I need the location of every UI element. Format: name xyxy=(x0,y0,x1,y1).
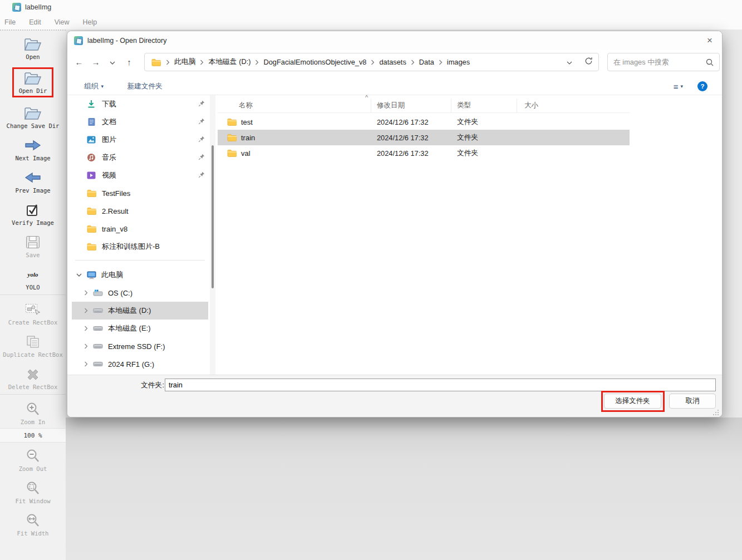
cancel-button[interactable]: 取消 xyxy=(669,394,716,409)
breadcrumb-segment[interactable]: Data xyxy=(417,58,436,66)
forward-icon[interactable]: → xyxy=(87,57,104,67)
file-row-test[interactable]: test 2024/12/6 17:32 文件夹 xyxy=(218,114,630,130)
places-pane-scrollbar[interactable] xyxy=(210,95,215,375)
zoom-out-button[interactable]: Zoom Out xyxy=(0,443,66,475)
breadcrumb[interactable]: 此电脑 本地磁盘 (D:) DogFacialEmotionsObjective… xyxy=(144,53,599,71)
menu-help[interactable]: Help xyxy=(83,18,97,26)
file-row-train[interactable]: train 2024/12/6 17:32 文件夹 xyxy=(218,130,630,145)
breadcrumb-segment[interactable]: images xyxy=(445,58,471,66)
file-list-header: 名称 修改日期 类型 大小 xyxy=(218,99,630,113)
organize-button[interactable]: 组织▾ xyxy=(84,82,104,91)
chevron-down-icon[interactable] xyxy=(75,273,83,277)
nav-item-videos[interactable]: 视频 xyxy=(72,166,208,184)
column-header-type[interactable]: 类型 xyxy=(451,99,517,112)
column-header-size[interactable]: 大小 xyxy=(517,99,562,112)
file-list: ^ 名称 修改日期 类型 大小 test 2024/12/6 17:32 文件夹 xyxy=(218,95,719,375)
nav-item-downloads[interactable]: 下载 xyxy=(72,95,208,113)
pin-icon xyxy=(198,100,205,109)
open-button[interactable]: Open xyxy=(0,31,66,63)
search-input[interactable] xyxy=(613,58,706,66)
chevron-right-icon[interactable] xyxy=(82,326,90,331)
chevron-right-icon[interactable] xyxy=(82,361,90,367)
dialog-titlebar[interactable]: labelImg - Open Directory × xyxy=(67,31,722,50)
tree-item-local-disk-e[interactable]: 本地磁盘 (E:) xyxy=(72,320,208,337)
music-icon xyxy=(86,153,96,163)
tree-item-local-disk-d[interactable]: 本地磁盘 (D:) xyxy=(72,302,208,320)
menu-edit[interactable]: Edit xyxy=(29,18,41,26)
fit-width-icon xyxy=(26,512,40,529)
close-icon[interactable]: × xyxy=(697,31,722,50)
yolo-format-button[interactable]: yolo YOLO xyxy=(0,261,66,293)
help-icon[interactable]: ? xyxy=(697,81,707,91)
open-dir-button[interactable]: Open Dir xyxy=(0,63,66,100)
zoom-in-icon xyxy=(26,401,40,417)
labelimg-toolbar: Open Open Dir Change Save Dir Next Image… xyxy=(0,30,66,560)
zoom-in-button[interactable]: Zoom In xyxy=(0,396,66,428)
resize-grip[interactable] xyxy=(712,409,719,416)
fit-window-button[interactable]: Fit Window xyxy=(0,475,66,507)
fit-width-button[interactable]: Fit Width xyxy=(0,507,66,539)
pictures-icon xyxy=(86,135,96,145)
pin-icon xyxy=(198,136,205,144)
tree-item-os-c[interactable]: OS (C:) xyxy=(72,284,208,302)
breadcrumb-segment[interactable]: DogFacialEmotionsObjective_v8 xyxy=(262,58,368,66)
refresh-icon[interactable] xyxy=(584,57,593,67)
tree-item-extreme-ssd-f[interactable]: Extreme SSD (F:) xyxy=(72,337,208,355)
breadcrumb-chevron-icon xyxy=(439,60,443,65)
menu-file[interactable]: File xyxy=(4,18,16,26)
app-title: labelImg xyxy=(25,3,51,11)
change-save-dir-folder-icon xyxy=(23,105,42,121)
file-row-val[interactable]: val 2024/12/6 17:32 文件夹 xyxy=(218,145,630,161)
nav-item-testfiles[interactable]: TestFiles xyxy=(72,184,208,202)
address-dropdown-chevron-icon[interactable] xyxy=(567,57,572,67)
scrollbar-thumb[interactable] xyxy=(212,145,214,288)
prev-image-button[interactable]: Prev Image xyxy=(0,164,66,197)
breadcrumb-segment[interactable]: 此电脑 xyxy=(173,57,197,67)
change-save-dir-button[interactable]: Change Save Dir xyxy=(0,100,66,132)
nav-item-music[interactable]: 音乐 xyxy=(72,149,208,166)
drive-icon xyxy=(93,306,103,316)
tree-item-2024-rf1-g[interactable]: 2024 RF1 (G:) xyxy=(72,355,208,373)
view-mode-button[interactable]: ≡ ▾ xyxy=(674,82,683,91)
create-rectbox-button[interactable]: Create RectBox xyxy=(0,296,66,328)
search-box[interactable] xyxy=(607,53,720,71)
breadcrumb-segment[interactable]: 本地磁盘 (D:) xyxy=(207,57,252,67)
next-image-button[interactable]: Next Image xyxy=(0,132,66,164)
places-pane: 下载 文档 图片 音乐 xyxy=(72,95,208,375)
tree-item-this-pc[interactable]: 此电脑 xyxy=(72,266,208,284)
menu-view[interactable]: View xyxy=(55,18,70,26)
nav-item-pictures[interactable]: 图片 xyxy=(72,131,208,149)
new-folder-button[interactable]: 新建文件夹 xyxy=(127,82,163,91)
save-button[interactable]: Save xyxy=(0,229,66,261)
open-directory-dialog: labelImg - Open Directory × ← → ↑ 此电脑 本地… xyxy=(67,31,723,417)
chevron-right-icon[interactable] xyxy=(82,308,90,313)
folder-icon xyxy=(86,242,96,252)
column-header-name[interactable]: 名称 xyxy=(218,99,371,112)
folder-icon xyxy=(227,134,237,141)
dialog-app-icon xyxy=(74,36,83,45)
chevron-right-icon[interactable] xyxy=(82,343,90,349)
toolbar-separator xyxy=(0,394,66,395)
verify-image-button[interactable]: Verify Image xyxy=(0,197,66,229)
folder-icon xyxy=(86,224,96,234)
chevron-right-icon[interactable] xyxy=(82,290,90,296)
duplicate-rectbox-button[interactable]: Duplicate RectBox xyxy=(0,328,66,361)
folder-name-input[interactable] xyxy=(165,379,716,391)
next-arrow-icon xyxy=(24,137,41,154)
nav-item-documents[interactable]: 文档 xyxy=(72,113,208,131)
app-canvas-background xyxy=(0,417,742,560)
nav-item-2result[interactable]: 2.Result xyxy=(72,202,208,220)
verify-check-icon xyxy=(26,202,40,218)
recent-locations-chevron-icon[interactable] xyxy=(104,57,121,67)
nav-item-train-v8[interactable]: train_v8 xyxy=(72,220,208,238)
delete-x-icon xyxy=(26,366,40,382)
delete-rectbox-button[interactable]: Delete RectBox xyxy=(0,361,66,393)
up-icon[interactable]: ↑ xyxy=(121,57,137,67)
folder-name-label: 文件夹: xyxy=(141,381,164,390)
column-header-date-modified[interactable]: 修改日期 xyxy=(371,99,451,112)
breadcrumb-segment[interactable]: datasets xyxy=(377,58,407,66)
downloads-icon xyxy=(86,99,96,109)
select-folder-button[interactable]: 选择文件夹 xyxy=(604,394,661,409)
nav-item-annotation-images[interactable]: 标注和训练图片-B xyxy=(72,238,208,256)
back-icon[interactable]: ← xyxy=(71,57,87,67)
